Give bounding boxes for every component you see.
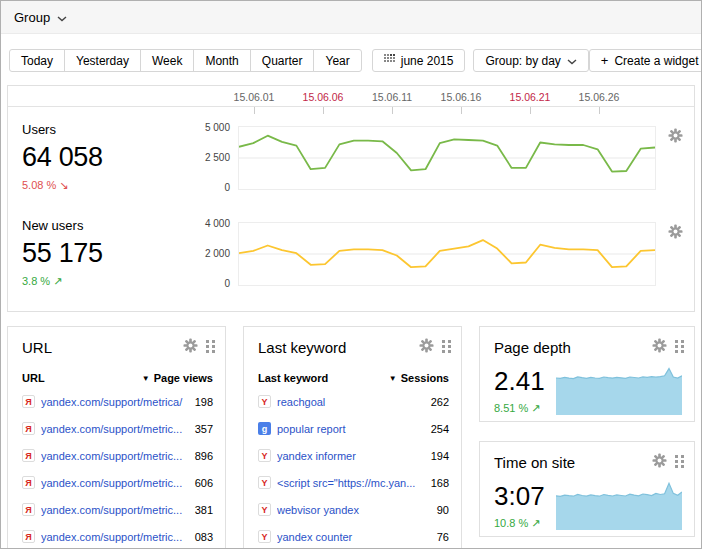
gear-icon[interactable] [183, 338, 198, 357]
yandex-ru-favicon-icon: Я [22, 476, 35, 489]
date-tick-label: 15.06.16 [441, 91, 482, 103]
gear-icon[interactable] [652, 453, 667, 472]
period-week[interactable]: Week [140, 49, 194, 72]
gear-icon[interactable] [652, 338, 667, 357]
new-users-value: 55 175 [22, 238, 154, 269]
kpi-column: Page depth 2.41 8.51 %↗ Time on site [479, 326, 695, 537]
time-on-site-sparkline[interactable] [556, 474, 682, 530]
y-axis-tick: 4 000 [205, 218, 230, 229]
row-link[interactable]: yandex.com/support/metric... [41, 477, 189, 489]
users-value: 64 058 [22, 142, 154, 173]
page-depth-sparkline[interactable] [556, 359, 682, 415]
url-widget: URL URL ▼ Page views Яyandex.com/support… [7, 326, 226, 549]
row-link[interactable]: yandex.com/support/metric... [41, 504, 189, 516]
table-row: Y<script src="https://mc.yan...168 [244, 469, 461, 496]
gear-icon[interactable] [668, 225, 683, 242]
users-label: Users [22, 122, 154, 137]
period-button-group: TodayYesterdayWeekMonthQuarterYear [9, 49, 362, 72]
new-users-label: New users [22, 218, 154, 233]
table-row: Яyandex.com/support/metric...083 [8, 523, 225, 549]
row-link[interactable]: yandex.com/support/metric... [41, 531, 189, 543]
row-value: 168 [431, 477, 449, 489]
last-keyword-table-body: Yreachgoal262gpopular report254Yyandex i… [244, 388, 461, 549]
group-by-dropdown[interactable]: Group: by day [473, 49, 588, 72]
row-link[interactable]: webvisor yandex [277, 504, 431, 516]
date-tick-label: 15.06.21 [510, 91, 551, 103]
row-link[interactable]: yandex counter [277, 531, 431, 543]
yandex-favicon-icon: Y [258, 395, 271, 408]
table-row: Yyandex counter76 [244, 523, 461, 549]
new-users-line-chart[interactable] [238, 222, 656, 286]
drag-handle-icon[interactable] [206, 339, 215, 357]
row-link[interactable]: yandex.com/support/metric... [41, 423, 189, 435]
period-today[interactable]: Today [9, 49, 65, 72]
page-depth-change: 8.51 %↗ [494, 402, 545, 415]
row-value: 90 [437, 504, 449, 516]
page-depth-title: Page depth [494, 339, 571, 356]
column-last-keyword[interactable]: Last keyword [258, 372, 328, 384]
yandex-ru-favicon-icon: Я [22, 422, 35, 435]
url-widget-title: URL [22, 339, 52, 356]
yandex-favicon-icon: Y [258, 530, 271, 543]
table-row: Ywebvisor yandex90 [244, 496, 461, 523]
table-row: Яyandex.com/support/metric...606 [8, 469, 225, 496]
drag-handle-icon[interactable] [675, 454, 684, 472]
column-sessions[interactable]: ▼ Sessions [389, 372, 449, 384]
period-yesterday[interactable]: Yesterday [64, 49, 141, 72]
column-url[interactable]: URL [22, 372, 45, 384]
sort-desc-icon: ▼ [389, 374, 397, 383]
traffic-summary-panel: 15.06.0115.06.0615.06.1115.06.1615.06.21… [7, 85, 695, 312]
row-link[interactable]: yandex.com/support/metrica/ [41, 396, 189, 408]
group-menu[interactable]: Group [14, 10, 67, 25]
period-quarter[interactable]: Quarter [250, 49, 315, 72]
table-row: Yyandex informer194 [244, 442, 461, 469]
table-row: Yreachgoal262 [244, 388, 461, 415]
yandex-favicon-icon: Y [258, 449, 271, 462]
create-widget-button[interactable]: + Create a widget [589, 49, 702, 72]
row-value: 381 [195, 504, 213, 516]
drag-handle-icon[interactable] [675, 339, 684, 357]
toolbar-right: + Create a widget Widget library [589, 49, 702, 72]
row-value: 606 [195, 477, 213, 489]
new-users-y-axis: 4 0002 0000 [154, 210, 238, 299]
row-link[interactable]: reachgoal [277, 396, 425, 408]
group-by-label: Group: by day [485, 54, 560, 68]
y-axis-tick: 2 000 [205, 248, 230, 259]
sort-desc-icon: ▼ [142, 374, 150, 383]
last-keyword-table-header: Last keyword ▼ Sessions [244, 357, 461, 388]
date-tick-label: 15.06.01 [234, 91, 275, 103]
users-y-axis: 5 0002 5000 [154, 114, 238, 203]
chevron-down-icon [57, 10, 67, 25]
table-row: Яyandex.com/support/metric...896 [8, 442, 225, 469]
users-change: 5.08 %↘ [22, 179, 154, 192]
row-value: 194 [431, 450, 449, 462]
row-link[interactable]: yandex.com/support/metric... [41, 450, 189, 462]
users-line-chart[interactable] [238, 126, 656, 190]
users-metric: Users 64 058 5.08 %↘ [8, 114, 154, 203]
trend-up-icon: ↗ [53, 275, 62, 287]
new-users-chart-row: New users 55 175 3.8 %↗ 4 0002 0000 [8, 210, 694, 299]
row-value: 254 [431, 423, 449, 435]
yandex-ru-favicon-icon: Я [22, 503, 35, 516]
yandex-ru-favicon-icon: Я [22, 530, 35, 543]
period-year[interactable]: Year [313, 49, 361, 72]
date-picker-button[interactable]: june 2015 [372, 49, 466, 72]
row-value: 262 [431, 396, 449, 408]
period-month[interactable]: Month [193, 49, 250, 72]
toolbar: TodayYesterdayWeekMonthQuarterYear june … [9, 49, 693, 72]
column-page-views[interactable]: ▼ Page views [142, 372, 213, 384]
gear-icon[interactable] [668, 129, 683, 146]
row-value: 357 [195, 423, 213, 435]
table-row: Яyandex.com/support/metric...381 [8, 496, 225, 523]
metrica-dashboard: Group TodayYesterdayWeekMonthQuarterYear… [0, 0, 702, 549]
gear-icon[interactable] [419, 338, 434, 357]
y-axis-tick: 2 500 [205, 152, 230, 163]
group-menu-label: Group [14, 10, 50, 25]
row-link[interactable]: yandex informer [277, 450, 425, 462]
row-link[interactable]: <script src="https://mc.yan... [277, 477, 425, 489]
top-bar: Group [1, 1, 701, 34]
yandex-favicon-icon: Y [258, 503, 271, 516]
new-users-change: 3.8 %↗ [22, 275, 154, 288]
row-link[interactable]: popular report [277, 423, 425, 435]
drag-handle-icon[interactable] [442, 339, 451, 357]
